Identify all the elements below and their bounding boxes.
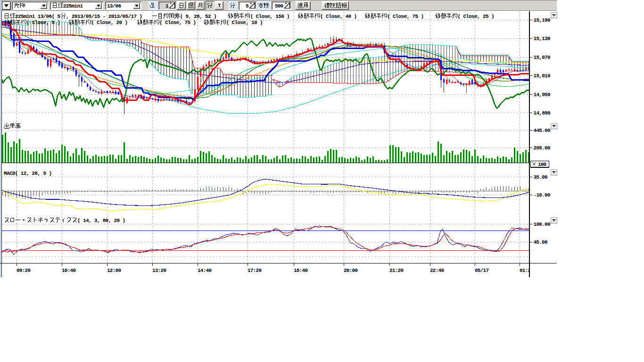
svg-text:( Close, 10 ): ( Close, 10 ) — [226, 20, 263, 25]
svg-text:14,890: 14,890 — [534, 110, 551, 116]
svg-text:( Close, 25 ): ( Close, 25 ) — [458, 14, 495, 19]
svg-text:445.00: 445.00 — [534, 128, 551, 133]
svg-text:45.00: 45.00 — [534, 239, 548, 245]
svg-text:20:00: 20:00 — [344, 268, 358, 273]
svg-text:T: T — [218, 3, 221, 8]
svg-text:MACD( 12, 26, 9 ): MACD( 12, 26, 9 ) — [4, 171, 52, 176]
svg-text:15,070: 15,070 — [534, 55, 551, 60]
svg-text:12:00: 12:00 — [107, 268, 121, 273]
svg-text:13:20: 13:20 — [152, 268, 166, 273]
svg-text:22:40: 22:40 — [430, 268, 444, 273]
svg-text:500: 500 — [275, 3, 283, 9]
svg-text:100.00: 100.00 — [534, 222, 551, 227]
svg-text:( Close, 5 ): ( Close, 5 ) — [26, 20, 60, 25]
svg-text:5: 5 — [246, 3, 249, 9]
svg-text:15,190: 15,190 — [534, 17, 551, 23]
svg-text:205.00: 205.00 — [534, 145, 551, 151]
svg-text:09:20: 09:20 — [17, 268, 31, 273]
svg-text:15,010: 15,010 — [534, 73, 551, 79]
svg-text:14,950: 14,950 — [534, 92, 551, 98]
svg-text:14:40: 14:40 — [198, 268, 212, 273]
svg-text:( Close, 150 ): ( Close, 150 ) — [250, 14, 290, 19]
svg-text:( Close, 75 ): ( Close, 75 ) — [159, 20, 196, 25]
svg-text:10:40: 10:40 — [62, 268, 76, 273]
svg-text:225mini: 225mini — [63, 3, 83, 9]
svg-text:35.00: 35.00 — [534, 174, 548, 180]
svg-text:100: 100 — [538, 162, 546, 167]
svg-text:( Close, 40 ): ( Close, 40 ) — [320, 14, 357, 19]
svg-text:05/17: 05/17 — [475, 268, 489, 273]
svg-text:( Close, 75 ): ( Close, 75 ) — [387, 14, 424, 19]
svg-text:-10.00: -10.00 — [534, 192, 551, 198]
svg-text:17:20: 17:20 — [248, 268, 262, 273]
svg-text:21:20: 21:20 — [389, 268, 404, 273]
svg-text:13/06: 13/06 — [107, 3, 121, 9]
svg-text:( 14, 3, 80, 20 ): ( 14, 3, 80, 20 ) — [77, 218, 125, 223]
svg-text:225mini 13/06( 5: 225mini 13/06( 5 — [15, 14, 60, 19]
svg-text:1: 1 — [165, 3, 169, 9]
svg-text:, 2013/05/15 - 2013/05/17 ): , 2013/05/15 - 2013/05/17 ) — [66, 14, 142, 19]
svg-text:15,130: 15,130 — [534, 36, 551, 41]
svg-text:18:40: 18:40 — [294, 268, 308, 273]
svg-text:( Close, 20 ): ( Close, 20 ) — [91, 20, 128, 25]
svg-text:( 9, 26, 52 ): ( 9, 26, 52 ) — [180, 14, 217, 19]
